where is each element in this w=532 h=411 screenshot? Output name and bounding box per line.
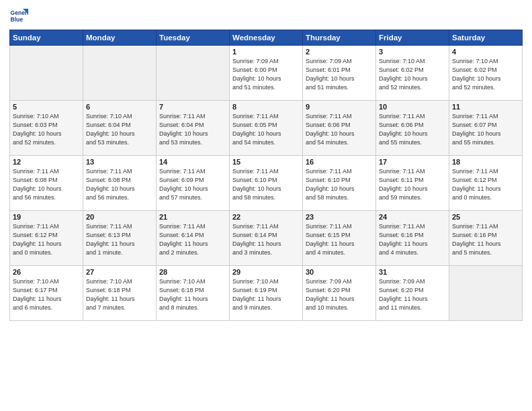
day-info: Sunrise: 7:11 AM Sunset: 6:16 PM Dayligh…	[452, 222, 519, 257]
day-number: 11	[452, 103, 519, 111]
day-number: 14	[159, 158, 226, 166]
calendar-cell: 14Sunrise: 7:11 AM Sunset: 6:09 PM Dayli…	[157, 156, 230, 211]
calendar-cell: 26Sunrise: 7:10 AM Sunset: 6:17 PM Dayli…	[10, 266, 83, 321]
calendar-table: SundayMondayTuesdayWednesdayThursdayFrid…	[9, 30, 523, 321]
calendar-cell: 8Sunrise: 7:11 AM Sunset: 6:05 PM Daylig…	[230, 101, 303, 156]
calendar-cell	[83, 46, 157, 101]
calendar-cell: 28Sunrise: 7:10 AM Sunset: 6:18 PM Dayli…	[157, 266, 230, 321]
day-number: 21	[159, 213, 226, 221]
calendar-cell: 19Sunrise: 7:11 AM Sunset: 6:12 PM Dayli…	[10, 211, 83, 266]
day-number: 10	[379, 103, 446, 111]
calendar-cell: 3Sunrise: 7:10 AM Sunset: 6:02 PM Daylig…	[376, 46, 449, 101]
day-number: 16	[306, 158, 373, 166]
calendar-cell: 4Sunrise: 7:10 AM Sunset: 6:02 PM Daylig…	[449, 46, 523, 101]
calendar-cell: 16Sunrise: 7:11 AM Sunset: 6:10 PM Dayli…	[303, 156, 376, 211]
day-info: Sunrise: 7:09 AM Sunset: 6:00 PM Dayligh…	[232, 57, 300, 92]
calendar-cell	[10, 46, 83, 101]
day-info: Sunrise: 7:11 AM Sunset: 6:06 PM Dayligh…	[306, 112, 373, 147]
day-number: 24	[379, 213, 446, 221]
day-info: Sunrise: 7:11 AM Sunset: 6:07 PM Dayligh…	[452, 112, 519, 147]
calendar-cell: 6Sunrise: 7:10 AM Sunset: 6:04 PM Daylig…	[83, 101, 157, 156]
calendar-cell: 11Sunrise: 7:11 AM Sunset: 6:07 PM Dayli…	[449, 101, 523, 156]
logo-icon: General Blue	[9, 7, 28, 26]
day-number: 9	[306, 103, 373, 111]
day-info: Sunrise: 7:11 AM Sunset: 6:14 PM Dayligh…	[159, 222, 226, 257]
day-info: Sunrise: 7:10 AM Sunset: 6:18 PM Dayligh…	[159, 277, 226, 312]
calendar-cell: 21Sunrise: 7:11 AM Sunset: 6:14 PM Dayli…	[157, 211, 230, 266]
day-info: Sunrise: 7:10 AM Sunset: 6:17 PM Dayligh…	[13, 277, 80, 312]
day-info: Sunrise: 7:11 AM Sunset: 6:12 PM Dayligh…	[13, 222, 80, 257]
day-info: Sunrise: 7:11 AM Sunset: 6:10 PM Dayligh…	[306, 167, 373, 202]
day-info: Sunrise: 7:11 AM Sunset: 6:08 PM Dayligh…	[86, 167, 153, 202]
day-info: Sunrise: 7:10 AM Sunset: 6:04 PM Dayligh…	[86, 112, 153, 147]
day-info: Sunrise: 7:11 AM Sunset: 6:09 PM Dayligh…	[159, 167, 226, 202]
day-number: 13	[86, 158, 153, 166]
day-info: Sunrise: 7:09 AM Sunset: 6:20 PM Dayligh…	[379, 277, 446, 312]
weekday-header-thursday: Thursday	[303, 30, 376, 46]
calendar-cell	[157, 46, 230, 101]
day-info: Sunrise: 7:11 AM Sunset: 6:06 PM Dayligh…	[379, 112, 446, 147]
day-info: Sunrise: 7:11 AM Sunset: 6:16 PM Dayligh…	[379, 222, 446, 257]
day-number: 25	[452, 213, 519, 221]
calendar-cell: 25Sunrise: 7:11 AM Sunset: 6:16 PM Dayli…	[449, 211, 523, 266]
day-info: Sunrise: 7:11 AM Sunset: 6:14 PM Dayligh…	[232, 222, 300, 257]
day-number: 18	[452, 158, 519, 166]
day-number: 27	[86, 268, 153, 276]
day-info: Sunrise: 7:11 AM Sunset: 6:13 PM Dayligh…	[86, 222, 153, 257]
day-info: Sunrise: 7:10 AM Sunset: 6:19 PM Dayligh…	[232, 277, 300, 312]
calendar-cell: 27Sunrise: 7:10 AM Sunset: 6:18 PM Dayli…	[83, 266, 157, 321]
calendar-cell: 23Sunrise: 7:11 AM Sunset: 6:15 PM Dayli…	[303, 211, 376, 266]
day-info: Sunrise: 7:10 AM Sunset: 6:02 PM Dayligh…	[452, 57, 519, 92]
day-number: 15	[232, 158, 300, 166]
day-info: Sunrise: 7:11 AM Sunset: 6:11 PM Dayligh…	[379, 167, 446, 202]
day-info: Sunrise: 7:11 AM Sunset: 6:04 PM Dayligh…	[159, 112, 226, 147]
day-info: Sunrise: 7:11 AM Sunset: 6:12 PM Dayligh…	[452, 167, 519, 202]
calendar-cell: 31Sunrise: 7:09 AM Sunset: 6:20 PM Dayli…	[376, 266, 449, 321]
day-number: 4	[452, 48, 519, 56]
calendar-cell: 22Sunrise: 7:11 AM Sunset: 6:14 PM Dayli…	[230, 211, 303, 266]
day-number: 3	[379, 48, 446, 56]
weekday-header-wednesday: Wednesday	[230, 30, 303, 46]
day-number: 1	[232, 48, 300, 56]
calendar-cell: 15Sunrise: 7:11 AM Sunset: 6:10 PM Dayli…	[230, 156, 303, 211]
day-number: 19	[13, 213, 80, 221]
calendar-cell: 10Sunrise: 7:11 AM Sunset: 6:06 PM Dayli…	[376, 101, 449, 156]
day-number: 8	[232, 103, 300, 111]
calendar-cell: 5Sunrise: 7:10 AM Sunset: 6:03 PM Daylig…	[10, 101, 83, 156]
day-number: 31	[379, 268, 446, 276]
day-info: Sunrise: 7:11 AM Sunset: 6:15 PM Dayligh…	[306, 222, 373, 257]
calendar-cell: 20Sunrise: 7:11 AM Sunset: 6:13 PM Dayli…	[83, 211, 157, 266]
calendar-cell: 9Sunrise: 7:11 AM Sunset: 6:06 PM Daylig…	[303, 101, 376, 156]
day-info: Sunrise: 7:10 AM Sunset: 6:02 PM Dayligh…	[379, 57, 446, 92]
day-number: 12	[13, 158, 80, 166]
logo: General Blue	[9, 7, 28, 26]
day-number: 17	[379, 158, 446, 166]
day-number: 29	[232, 268, 300, 276]
day-info: Sunrise: 7:10 AM Sunset: 6:03 PM Dayligh…	[13, 112, 80, 147]
day-number: 26	[13, 268, 80, 276]
day-info: Sunrise: 7:11 AM Sunset: 6:08 PM Dayligh…	[13, 167, 80, 202]
calendar-cell: 7Sunrise: 7:11 AM Sunset: 6:04 PM Daylig…	[157, 101, 230, 156]
calendar-cell	[449, 266, 523, 321]
day-info: Sunrise: 7:11 AM Sunset: 6:10 PM Dayligh…	[232, 167, 300, 202]
calendar-cell: 17Sunrise: 7:11 AM Sunset: 6:11 PM Dayli…	[376, 156, 449, 211]
calendar-cell: 30Sunrise: 7:09 AM Sunset: 6:20 PM Dayli…	[303, 266, 376, 321]
day-number: 23	[306, 213, 373, 221]
svg-text:Blue: Blue	[11, 16, 24, 23]
weekday-header-tuesday: Tuesday	[157, 30, 230, 46]
calendar-cell: 1Sunrise: 7:09 AM Sunset: 6:00 PM Daylig…	[230, 46, 303, 101]
day-number: 20	[86, 213, 153, 221]
day-number: 22	[232, 213, 300, 221]
day-number: 7	[159, 103, 226, 111]
weekday-header-sunday: Sunday	[10, 30, 83, 46]
day-number: 6	[86, 103, 153, 111]
weekday-header-monday: Monday	[83, 30, 157, 46]
day-info: Sunrise: 7:09 AM Sunset: 6:20 PM Dayligh…	[306, 277, 373, 312]
calendar-cell: 24Sunrise: 7:11 AM Sunset: 6:16 PM Dayli…	[376, 211, 449, 266]
calendar-cell: 12Sunrise: 7:11 AM Sunset: 6:08 PM Dayli…	[10, 156, 83, 211]
day-info: Sunrise: 7:11 AM Sunset: 6:05 PM Dayligh…	[232, 112, 300, 147]
day-number: 30	[306, 268, 373, 276]
day-number: 28	[159, 268, 226, 276]
calendar-cell: 18Sunrise: 7:11 AM Sunset: 6:12 PM Dayli…	[449, 156, 523, 211]
calendar-cell: 13Sunrise: 7:11 AM Sunset: 6:08 PM Dayli…	[83, 156, 157, 211]
